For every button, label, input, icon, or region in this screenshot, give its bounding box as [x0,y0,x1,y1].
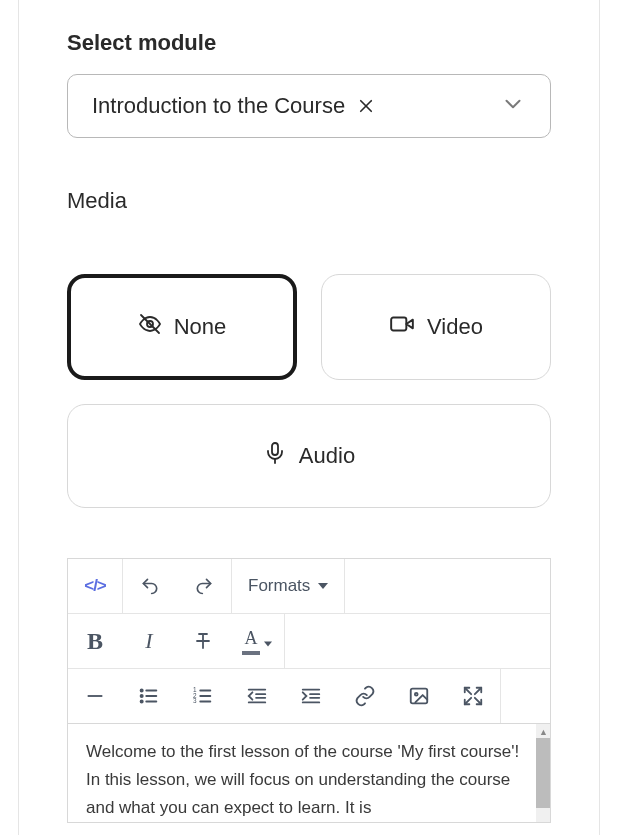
svg-rect-4 [391,318,406,331]
editor-text: Welcome to the first lesson of the cours… [86,742,519,817]
text-color-button[interactable]: A [230,614,284,668]
image-button[interactable] [392,669,446,723]
media-option-audio[interactable]: Audio [67,404,551,508]
clear-icon[interactable] [357,97,375,115]
svg-line-36 [475,698,481,704]
outdent-button[interactable] [230,669,284,723]
numbered-list-button[interactable]: 123 [176,669,230,723]
svg-marker-5 [406,320,413,329]
undo-button[interactable] [123,559,177,613]
media-row-1: None Video [67,274,551,380]
svg-point-15 [141,700,143,702]
module-select-value: Introduction to the Course [92,93,375,119]
svg-line-35 [465,698,471,704]
editor-content[interactable]: Welcome to the first lesson of the cours… [68,724,550,822]
svg-line-33 [465,688,471,694]
eye-slash-icon [138,312,162,342]
microphone-icon [263,441,287,471]
svg-point-32 [415,693,418,696]
formats-label: Formats [248,576,310,596]
chevron-down-icon [500,91,526,121]
module-label: Select module [67,30,551,56]
media-video-label: Video [427,314,483,340]
module-select[interactable]: Introduction to the Course [67,74,551,138]
module-selected-text: Introduction to the Course [92,93,345,119]
svg-point-11 [141,689,143,691]
svg-marker-9 [264,641,272,646]
editor-toolbar: </> Formats B [68,559,550,724]
svg-line-34 [475,688,481,694]
italic-button[interactable]: I [122,614,176,668]
strikethrough-button[interactable] [176,614,230,668]
link-button[interactable] [338,669,392,723]
media-none-label: None [174,314,227,340]
svg-point-13 [141,695,143,697]
media-audio-label: Audio [299,443,355,469]
video-icon [389,311,415,343]
rich-text-editor: </> Formats B [67,558,551,823]
source-code-button[interactable]: </> [68,559,122,613]
redo-button[interactable] [177,559,231,613]
media-label: Media [67,188,551,214]
form-container: Select module Introduction to the Course… [18,0,600,835]
caret-down-icon [318,576,328,596]
svg-marker-8 [318,583,328,589]
horizontal-rule-button[interactable] [68,669,122,723]
media-option-none[interactable]: None [67,274,297,380]
media-option-video[interactable]: Video [321,274,551,380]
svg-rect-6 [272,443,278,455]
scrollbar-thumb[interactable] [536,738,550,808]
indent-button[interactable] [284,669,338,723]
bold-button[interactable]: B [68,614,122,668]
formats-dropdown[interactable]: Formats [232,559,344,613]
fullscreen-button[interactable] [446,669,500,723]
bullet-list-button[interactable] [122,669,176,723]
caret-down-icon [264,630,272,653]
scrollbar-track[interactable]: ▲ [536,724,550,822]
svg-text:3: 3 [193,697,197,704]
